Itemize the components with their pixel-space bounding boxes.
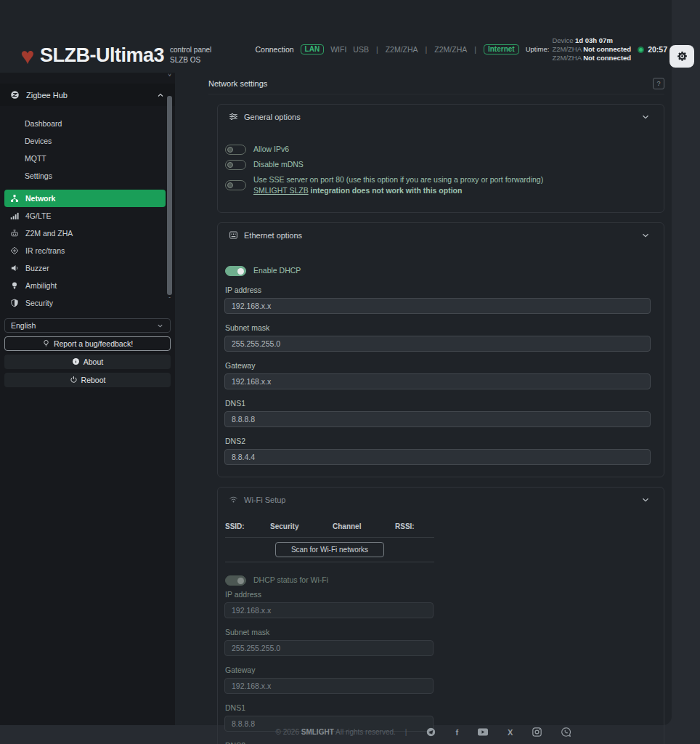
- page-title: Network settings: [208, 79, 267, 88]
- app-subtitle-line2: SLZB OS: [170, 56, 200, 64]
- sidebar-item-buzzer[interactable]: Buzzer: [4, 259, 166, 277]
- robot-icon: [10, 229, 19, 238]
- sse-server-toggle[interactable]: [225, 180, 246, 190]
- scrollbar-thumb[interactable]: [167, 96, 172, 295]
- wifi-gateway-field: Gateway: [224, 666, 434, 694]
- zigbee-hub-icon: [10, 90, 20, 100]
- chevron-down-icon[interactable]: [640, 112, 651, 122]
- sidebar-footer: English Report a bug/feedback! About: [0, 312, 175, 387]
- sidebar-item-settings[interactable]: Settings: [0, 167, 175, 185]
- footer-brand: SMLIGHT: [301, 728, 334, 736]
- telegram-icon[interactable]: [426, 727, 436, 737]
- eth-gateway-input[interactable]: [224, 373, 651, 389]
- scroll-up-icon[interactable]: ˅: [166, 73, 173, 80]
- enable-dhcp-label: Enable DHCP: [253, 265, 301, 276]
- status-bar: Connection LAN WIFI USB | Z2M/ZHA | Z2M/…: [255, 36, 667, 67]
- ethernet-options-header[interactable]: Ethernet options: [224, 223, 651, 248]
- disable-mdns-row: Disable mDNS: [225, 159, 651, 170]
- top-bar: ♥ SLZB-Ultima3 control panel SLZB OS Con…: [0, 0, 672, 73]
- chevron-down-icon: [156, 322, 164, 330]
- z2m-uptime2-value: Not connected: [583, 54, 631, 62]
- eth-gateway-field: Gateway: [224, 361, 651, 389]
- sidebar-item-4g-lte[interactable]: 4G/LTE: [4, 207, 166, 225]
- connection-wifi-label: WIFI: [330, 45, 346, 54]
- chevron-down-icon[interactable]: [640, 495, 651, 505]
- eth-dns2-field: DNS2: [224, 437, 651, 465]
- main-panel: Network settings ? General options: [175, 73, 672, 725]
- wifi-ip-input[interactable]: [224, 602, 434, 618]
- connection-z2m2-label: Z2M/ZHA: [434, 45, 467, 54]
- footer-rights: All rights reserved.: [335, 728, 396, 736]
- wifi-dhcp-toggle[interactable]: [225, 575, 246, 586]
- ethernet-options-card: Ethernet options Enable DHCP IP address …: [217, 222, 664, 477]
- z2m-uptime2-label: Z2M/ZHA: [552, 54, 581, 62]
- sidebar-item-devices[interactable]: Devices: [0, 132, 175, 150]
- scan-wifi-button[interactable]: Scan for Wi-Fi networks: [275, 542, 384, 557]
- allow-ipv6-toggle[interactable]: [225, 145, 246, 155]
- eth-ip-field: IP address: [224, 286, 651, 314]
- wifi-col-rssi: RSSI:: [395, 522, 434, 530]
- eth-subnet-input[interactable]: [224, 336, 651, 352]
- wifi-gateway-input[interactable]: [224, 678, 434, 694]
- power-icon: [70, 376, 78, 385]
- sidebar-scrollbar[interactable]: ˅ ˇ: [166, 73, 173, 304]
- separator: |: [425, 45, 428, 54]
- eth-subnet-field: Subnet mask: [224, 323, 651, 352]
- instagram-icon[interactable]: [532, 727, 542, 737]
- uptime-block: Uptime: Device 1d 03h 07m Z2M/ZHA Not co…: [526, 36, 631, 62]
- report-bug-button[interactable]: Report a bug/feedback!: [4, 336, 171, 351]
- separator: |: [473, 45, 477, 54]
- sse-server-row: Use SSE server on port 80 (use this opti…: [225, 174, 651, 196]
- youtube-icon[interactable]: [478, 728, 488, 736]
- sidebar-item-label: 4G/LTE: [25, 211, 51, 220]
- wifi-dns2-field: DNS2: [224, 741, 434, 744]
- disable-mdns-toggle[interactable]: [225, 160, 246, 170]
- whatsapp-icon[interactable]: [561, 727, 571, 737]
- wifi-setup-card: Wi-Fi Setup SSID: Security Channel RSSI:…: [217, 487, 664, 744]
- sidebar-item-z2m-zha[interactable]: Z2M and ZHA: [4, 225, 166, 242]
- scroll-down-icon[interactable]: ˇ: [166, 296, 173, 304]
- sidebar-item-ambilight[interactable]: Ambilight: [4, 277, 166, 294]
- facebook-icon[interactable]: f: [455, 728, 458, 737]
- eth-subnet-label: Subnet mask: [225, 323, 651, 332]
- help-button[interactable]: ?: [653, 78, 664, 89]
- speaker-icon: [10, 264, 19, 272]
- reboot-button[interactable]: Reboot: [4, 373, 171, 387]
- sidebar-group-zigbee-hub[interactable]: Zigbee Hub: [0, 84, 175, 106]
- bulb-icon: [10, 281, 19, 290]
- status-dot-icon: [638, 46, 644, 53]
- sidebar-menu: Zigbee Hub Dashboard Devices MQTT Settin…: [0, 73, 175, 312]
- ethernet-icon: [229, 230, 238, 241]
- wifi-subnet-field: Subnet mask: [224, 628, 434, 656]
- language-select[interactable]: English: [4, 318, 171, 333]
- about-button[interactable]: About: [4, 355, 171, 369]
- enable-dhcp-toggle[interactable]: [225, 266, 246, 276]
- eth-dns1-input[interactable]: [224, 411, 651, 427]
- wifi-setup-header[interactable]: Wi-Fi Setup: [224, 488, 651, 512]
- eth-dns2-label: DNS2: [225, 437, 651, 445]
- wifi-networks-table: SSID: Security Channel RSSI: Scan for Wi…: [225, 522, 434, 562]
- smlight-slzb-link[interactable]: SMLIGHT SLZB: [253, 186, 309, 195]
- sidebar-item-label: IR rec/trans: [25, 246, 65, 255]
- app-subtitle-line1: control panel: [170, 46, 211, 54]
- x-icon[interactable]: X: [508, 728, 513, 737]
- wifi-gateway-label: Gateway: [225, 666, 434, 674]
- app-window: ♥ SLZB-Ultima3 control panel SLZB OS Con…: [0, 0, 672, 725]
- bulb-outline-icon: [42, 339, 50, 349]
- sidebar-item-label: Ambilight: [25, 281, 57, 290]
- eth-dns2-input[interactable]: [224, 449, 651, 465]
- z2m-uptime1-value: Not connected: [583, 45, 631, 53]
- language-value: English: [11, 321, 36, 330]
- sidebar-item-security[interactable]: Security: [4, 294, 166, 312]
- wifi-subnet-input[interactable]: [224, 640, 434, 656]
- sidebar-item-ir-rec-trans[interactable]: IR rec/trans: [4, 242, 166, 259]
- sidebar-item-dashboard[interactable]: Dashboard: [0, 115, 175, 132]
- eth-ip-input[interactable]: [224, 298, 651, 314]
- chevron-down-icon[interactable]: [640, 230, 651, 240]
- sidebar-item-network[interactable]: Network: [4, 190, 166, 207]
- sidebar-item-mqtt[interactable]: MQTT: [0, 150, 175, 167]
- settings-gear-button[interactable]: [670, 45, 694, 68]
- page-footer: © 2026 SMLIGHT All rights reserved. | f …: [175, 727, 672, 737]
- page-header: Network settings ?: [208, 73, 664, 94]
- general-options-header[interactable]: General options: [224, 105, 651, 129]
